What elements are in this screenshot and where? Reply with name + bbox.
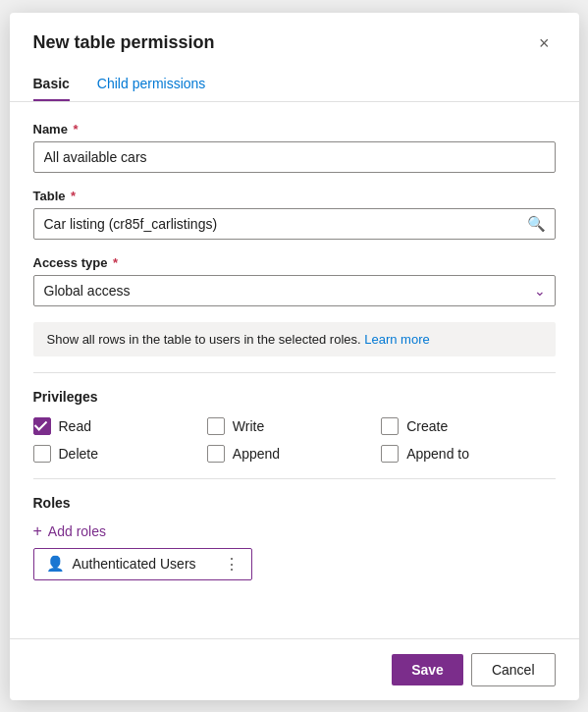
dialog-footer: Save Cancel <box>10 638 579 700</box>
appendto-checkbox[interactable] <box>381 445 399 463</box>
dialog-body: Name * Table * 🔍 Access type * Global ac… <box>10 102 579 638</box>
privilege-delete[interactable]: Delete <box>33 445 207 463</box>
access-type-required-star: * <box>109 255 118 270</box>
privilege-append[interactable]: Append <box>207 445 381 463</box>
dialog-title: New table permission <box>33 32 215 53</box>
delete-checkbox[interactable] <box>33 445 51 463</box>
table-input[interactable] <box>33 208 556 240</box>
dialog-header: New table permission × <box>10 13 579 56</box>
write-checkbox[interactable] <box>207 417 225 435</box>
role-more-button[interactable]: ⋮ <box>204 555 240 574</box>
append-checkbox[interactable] <box>207 445 225 463</box>
add-roles-button[interactable]: + Add roles <box>33 522 556 540</box>
name-label: Name * <box>33 122 556 137</box>
access-type-group: Access type * Global access Contact acce… <box>33 255 556 306</box>
roles-label: Roles <box>33 495 556 511</box>
close-button[interactable]: × <box>533 30 556 56</box>
privilege-create[interactable]: Create <box>381 417 555 435</box>
cancel-button[interactable]: Cancel <box>471 653 556 686</box>
roles-section: Roles + Add roles 👤 Authenticated Users … <box>33 495 556 580</box>
learn-more-link[interactable]: Learn more <box>364 332 429 347</box>
access-type-select-wrapper: Global access Contact access Account acc… <box>33 275 556 306</box>
access-type-label: Access type * <box>33 255 556 270</box>
name-required-star: * <box>70 122 79 137</box>
divider-privileges <box>33 372 556 373</box>
plus-icon: + <box>33 522 42 540</box>
privilege-read[interactable]: Read <box>33 417 207 435</box>
name-input[interactable] <box>33 141 556 173</box>
name-group: Name * <box>33 122 556 173</box>
read-checkbox[interactable] <box>33 417 51 435</box>
table-label: Table * <box>33 189 556 203</box>
table-input-wrapper: 🔍 <box>33 208 556 240</box>
divider-roles <box>33 478 556 479</box>
info-box: Show all rows in the table to users in t… <box>33 322 556 356</box>
table-required-star: * <box>68 189 77 203</box>
tab-basic[interactable]: Basic <box>33 68 70 101</box>
save-button[interactable]: Save <box>392 654 463 685</box>
privilege-appendto[interactable]: Append to <box>381 445 555 463</box>
privileges-group: Privileges Read Write Create Delete <box>33 389 556 463</box>
privileges-grid: Read Write Create Delete Append <box>33 417 556 463</box>
privilege-write[interactable]: Write <box>207 417 381 435</box>
create-checkbox[interactable] <box>381 417 399 435</box>
privileges-label: Privileges <box>33 389 556 405</box>
table-group: Table * 🔍 <box>33 189 556 240</box>
tab-bar: Basic Child permissions <box>10 56 579 102</box>
user-icon: 👤 <box>46 555 65 573</box>
role-chip-authenticated-users: 👤 Authenticated Users ⋮ <box>33 548 252 580</box>
access-type-select[interactable]: Global access Contact access Account acc… <box>33 275 556 306</box>
new-table-permission-dialog: New table permission × Basic Child permi… <box>10 13 579 700</box>
tab-child-permissions[interactable]: Child permissions <box>97 68 205 101</box>
